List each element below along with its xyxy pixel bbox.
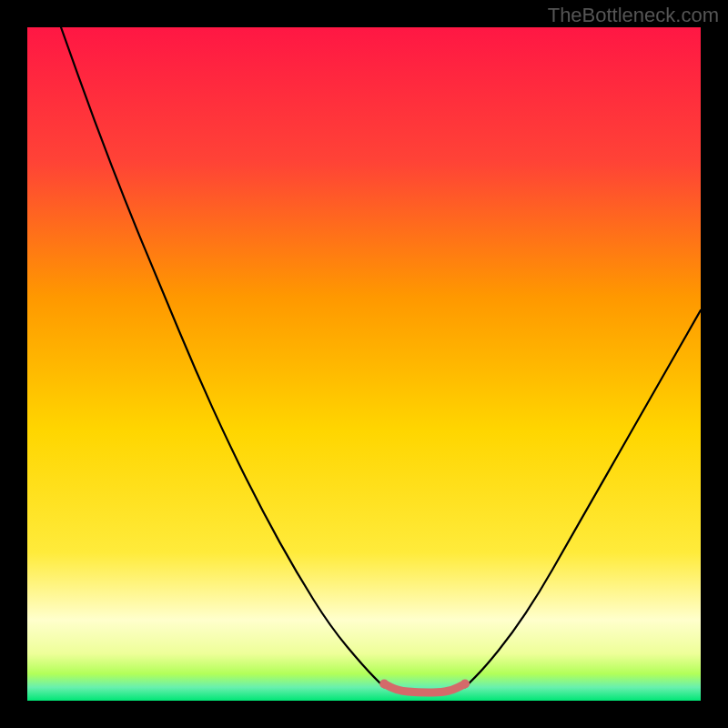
series-endpoint [379,680,389,689]
gradient-background [27,27,701,701]
series-endpoint [460,680,470,689]
watermark-text: TheBottleneck.com [548,4,719,27]
plot-area [27,27,701,701]
chart-svg [27,27,701,701]
chart-container: TheBottleneck.com [0,0,728,728]
